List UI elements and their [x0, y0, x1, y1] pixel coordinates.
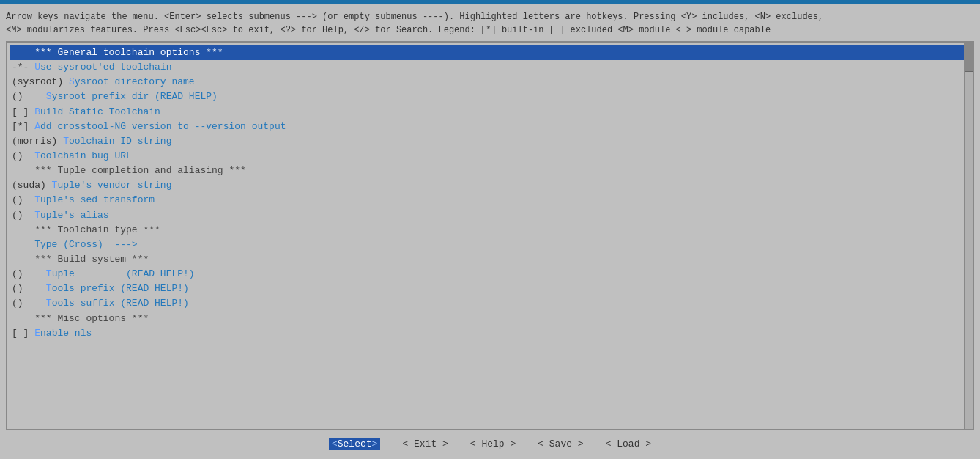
menu-item-build-static[interactable]: [ ] Build Static Toolchain	[10, 105, 970, 120]
scroll-thumb[interactable]	[965, 43, 973, 72]
menu-item-toolchain-bug[interactable]: () Toolchain bug URL	[10, 149, 970, 164]
menu-item-sysroot-prefix[interactable]: () Sysroot prefix dir (READ HELP)	[10, 89, 970, 104]
menu-item-type-cross[interactable]: Type (Cross) --->	[10, 238, 970, 252]
bottom-btn-select[interactable]: <Select>	[329, 438, 380, 450]
menu-item-sysroot-dir[interactable]: (sysroot) Sysroot directory name	[10, 75, 970, 89]
main-area: Arrow keys navigate the menu. <Enter> se…	[0, 4, 980, 459]
app: Arrow keys navigate the menu. <Enter> se…	[0, 0, 980, 459]
bottom-btn-help[interactable]: < Help >	[470, 438, 516, 449]
bottom-bar: <Select>< Exit >< Help >< Save >< Load >	[6, 433, 974, 456]
help-line-2: <M> modularizes features. Press <Esc><Es…	[6, 23, 974, 37]
bottom-btn-save[interactable]: < Save >	[538, 438, 583, 449]
menu-item-tools-suffix[interactable]: () Tools suffix (READ HELP!)	[10, 296, 970, 311]
menu-item-use-sysroot[interactable]: -*- Use sysroot'ed toolchain	[10, 60, 970, 75]
menu-item-enable-nls[interactable]: [ ] Enable nls	[10, 326, 970, 341]
menu-list: *** General toolchain options ***-*- Use…	[7, 43, 973, 344]
help-line-1: Arrow keys navigate the menu. <Enter> se…	[6, 10, 974, 23]
scrollbar[interactable]	[964, 43, 973, 429]
menu-item-tuple-sed[interactable]: () Tuple's sed transform	[10, 193, 970, 208]
menu-item-header-general[interactable]: *** General toolchain options ***	[10, 45, 970, 60]
menu-item-add-version[interactable]: [*] Add crosstool-NG version to --versio…	[10, 120, 970, 134]
menu-item-tuple-vendor[interactable]: (suda) Tuple's vendor string	[10, 178, 970, 193]
menu-item-tools-prefix[interactable]: () Tools prefix (READ HELP!)	[10, 282, 970, 296]
menu-item-tuple-build[interactable]: () Tuple (READ HELP!)	[10, 267, 970, 282]
menu-item-header-tuple[interactable]: *** Tuple completion and aliasing ***	[10, 164, 970, 178]
bottom-btn-load[interactable]: < Load >	[606, 438, 651, 449]
menu-item-header-toolchain-type[interactable]: *** Toolchain type ***	[10, 223, 970, 238]
bottom-btn-exit[interactable]: < Exit >	[402, 438, 448, 449]
menu-item-header-misc[interactable]: *** Misc options ***	[10, 312, 970, 326]
menu-item-header-build-system[interactable]: *** Build system ***	[10, 252, 970, 267]
help-text: Arrow keys navigate the menu. <Enter> se…	[6, 10, 974, 37]
menu-item-toolchain-id[interactable]: (morris) Toolchain ID string	[10, 134, 970, 149]
menu-item-tuple-alias[interactable]: () Tuple's alias	[10, 208, 970, 223]
content-box[interactable]: *** General toolchain options ***-*- Use…	[6, 41, 974, 430]
